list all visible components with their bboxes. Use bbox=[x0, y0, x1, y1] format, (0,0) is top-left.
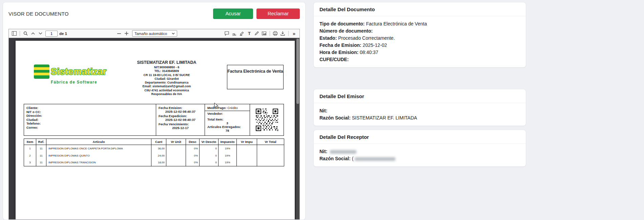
detalle-documento-card: Detalle Del Documento Tipo de documento:… bbox=[313, 2, 526, 68]
image-tool-icon[interactable] bbox=[261, 30, 268, 37]
col-header: Ref. bbox=[36, 139, 46, 145]
scrollbar-thumb[interactable] bbox=[296, 39, 299, 104]
company-line: Email: sistematizaref@gmail.com bbox=[123, 85, 211, 88]
table-row: 1 11 IMPRESION DIPLOMAS ONCE CARPETA POR… bbox=[24, 145, 284, 152]
date-value: 2025-12-02 08:40:37 bbox=[159, 118, 202, 122]
field-numero-documento: Número de documento: bbox=[319, 28, 520, 35]
date-value: 2025-12-17 bbox=[159, 126, 202, 130]
detalle-receptor-card: Detalle Del Receptor Nit: Razón Social: … bbox=[313, 130, 526, 167]
chevron-down-icon bbox=[172, 33, 175, 35]
client-label: Dirección: bbox=[26, 114, 153, 118]
items-header-row: Item Ref. Articulo Cant Vr Unit Desc Vr … bbox=[24, 139, 284, 145]
client-label: Ciudad: bbox=[26, 118, 153, 122]
logo-wordmark: Sistematizar bbox=[51, 67, 107, 76]
page-up-icon[interactable] bbox=[29, 30, 37, 37]
detalle-emisor-card: Detalle Del Emisor Nit: Razón Social: SI… bbox=[313, 89, 526, 126]
card-title: Detalle Del Documento bbox=[314, 2, 526, 16]
draw-icon[interactable] bbox=[253, 30, 261, 37]
document-type-box: Factura Electrónica de Venta bbox=[227, 65, 284, 89]
client-label: Correo: bbox=[26, 126, 153, 130]
invoice-items-table: Item Ref. Articulo Cant Vr Unit Desc Vr … bbox=[24, 139, 284, 166]
toolbar-separator bbox=[288, 31, 289, 36]
col-header: Impuesto bbox=[219, 139, 237, 145]
viewer-header: VISOR DE DOCUMENTO Acusar Reclamar bbox=[3, 2, 305, 25]
toolbar-separator bbox=[20, 31, 20, 36]
vendedor-label: Vendedor: bbox=[207, 112, 247, 115]
company-line: TEL: 3143945809 bbox=[123, 69, 211, 73]
articulos-label: Articulos Entregados: bbox=[207, 125, 247, 129]
invoice-meta-table: Cliente: NIT o CC: Dirección: Ciudad: Te… bbox=[24, 104, 284, 136]
toolbar-separator bbox=[270, 31, 270, 36]
text-tool-icon[interactable]: T bbox=[246, 30, 253, 37]
qr-code-icon bbox=[256, 109, 278, 131]
col-header: Item bbox=[24, 139, 36, 145]
highlighter-icon[interactable] bbox=[238, 30, 246, 37]
total-item-label: Total Item: bbox=[207, 117, 247, 121]
field-receptor-nit: Nit: bbox=[319, 148, 520, 155]
sidebar-toggle-icon[interactable] bbox=[11, 30, 18, 37]
zoom-out-icon[interactable] bbox=[115, 30, 123, 37]
pdf-toolbar: de 1 Tamaño automático T bbox=[9, 29, 299, 38]
zoom-select[interactable]: Tamaño automático bbox=[132, 30, 177, 37]
comment-icon[interactable] bbox=[223, 30, 231, 37]
company-line: CIIU 4741 actividad economica bbox=[123, 89, 211, 92]
field-cufe: CUFE/CUDE: bbox=[319, 56, 520, 63]
payment-cell: Medio Pago: Crédito Vendedor: Total Item… bbox=[205, 104, 250, 135]
document-viewer-card: VISOR DE DOCUMENTO Acusar Reclamar de 1 bbox=[3, 2, 306, 220]
date-label: Fecha Emision: bbox=[159, 106, 202, 110]
date-value: 2025-12-02 08:40:37 bbox=[159, 110, 202, 113]
print-icon[interactable] bbox=[272, 30, 279, 37]
col-header: Vr Impu bbox=[237, 139, 257, 145]
field-emisor-razon: Razón Social: SISTEMATIZAR EF. LIMITADA bbox=[319, 114, 520, 122]
signature-icon[interactable] bbox=[231, 30, 238, 37]
pdf-page: Sistematizar Fábrica de Software SISTEMA… bbox=[16, 41, 295, 219]
col-header: Desc bbox=[186, 139, 200, 145]
client-label: Telefono: bbox=[26, 122, 153, 126]
field-estado: Estado: Procesado Correctamente. bbox=[319, 35, 520, 42]
field-emisor-nit: Nit: bbox=[319, 107, 520, 114]
client-info-cell: Cliente: NIT o CC: Dirección: Ciudad: Te… bbox=[24, 104, 156, 135]
medio-pago-line: Medio Pago: Crédito bbox=[205, 104, 250, 111]
company-line: CR 11 19-83 LOCAL 3 B/ SUCRE bbox=[123, 73, 211, 77]
qr-cell bbox=[250, 104, 284, 135]
download-icon[interactable] bbox=[279, 30, 287, 37]
redacted-value bbox=[355, 157, 395, 161]
mouse-cursor-icon bbox=[214, 103, 219, 109]
more-tools-icon[interactable]: » bbox=[290, 30, 298, 37]
logo-mark-icon bbox=[34, 65, 49, 79]
zoom-in-icon[interactable] bbox=[123, 30, 130, 37]
field-fecha-emision: Fecha de Emision: 2025-12-02 bbox=[319, 42, 520, 49]
pdf-scrollbar[interactable] bbox=[296, 38, 299, 219]
company-line: NIT:900069850 - 6 bbox=[123, 66, 211, 69]
page-number-input[interactable] bbox=[45, 31, 58, 37]
logo-tagline: Fábrica de Software bbox=[51, 80, 119, 85]
client-label: Cliente: bbox=[26, 106, 153, 110]
date-label: Fecha Expedicion: bbox=[159, 114, 202, 118]
reclamar-button[interactable]: Reclamar bbox=[256, 8, 300, 19]
card-title: Detalle Del Receptor bbox=[314, 130, 526, 144]
col-header: Vr Descto bbox=[200, 139, 219, 145]
col-header: Cant bbox=[151, 139, 166, 145]
page-title: VISOR DE DOCUMENTO bbox=[8, 11, 213, 17]
client-label: NIT o CC: bbox=[26, 110, 153, 114]
acusar-button[interactable]: Acusar bbox=[213, 8, 253, 19]
pdf-viewer: de 1 Tamaño automático T bbox=[8, 29, 300, 220]
search-icon[interactable] bbox=[22, 30, 29, 37]
page-count-label: de 1 bbox=[59, 32, 67, 36]
company-logo: Sistematizar Fábrica de Software bbox=[34, 65, 119, 85]
col-header: Vr Total bbox=[257, 139, 284, 145]
field-receptor-razon: Razón Social: ( bbox=[319, 155, 520, 162]
company-line: Departamento: Cundinamarca bbox=[123, 81, 211, 85]
zoom-select-value: Tamaño automático bbox=[134, 32, 167, 36]
date-label: Fecha Vencimiento: bbox=[159, 122, 202, 126]
col-header: Articulo bbox=[46, 139, 151, 145]
company-name: SISTEMATIZAR EF. LIMITADA bbox=[123, 60, 211, 65]
total-item-value: 3 bbox=[207, 121, 247, 125]
company-info-block: SISTEMATIZAR EF. LIMITADA NIT:900069850 … bbox=[123, 60, 211, 96]
pdf-canvas-area[interactable]: Sistematizar Fábrica de Software SISTEMA… bbox=[9, 38, 299, 219]
col-header: Vr Unit bbox=[166, 139, 186, 145]
page-down-icon[interactable] bbox=[37, 30, 44, 37]
dates-cell: Fecha Emision: 2025-12-02 08:40:37 Fecha… bbox=[156, 104, 205, 135]
table-row: 3 11 IMPRESION DIPLOMAS TRANCISION 18,00… bbox=[24, 159, 284, 166]
redacted-value bbox=[330, 150, 356, 154]
